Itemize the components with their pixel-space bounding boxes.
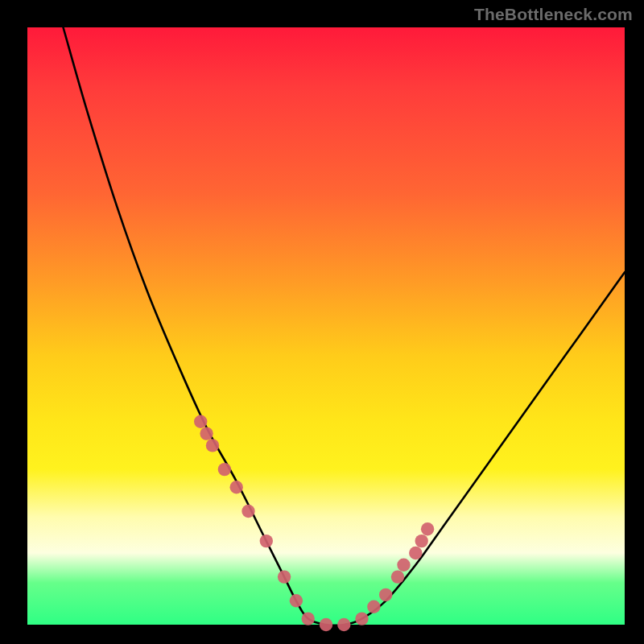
data-point xyxy=(206,439,219,452)
data-point xyxy=(421,522,434,535)
data-point xyxy=(278,570,291,583)
data-point xyxy=(320,618,332,631)
plot-area xyxy=(27,27,625,625)
data-point xyxy=(218,463,231,476)
data-point xyxy=(379,588,392,601)
data-point xyxy=(260,535,273,547)
data-point xyxy=(367,601,380,613)
data-point xyxy=(200,427,213,440)
data-point xyxy=(290,594,303,607)
curve-svg xyxy=(27,27,625,625)
data-point xyxy=(415,535,428,547)
data-point xyxy=(355,612,368,625)
data-point xyxy=(409,547,422,559)
data-point xyxy=(337,618,350,631)
bottleneck-curve xyxy=(64,27,625,625)
data-point xyxy=(194,415,207,428)
data-point-markers xyxy=(194,415,434,632)
data-point xyxy=(391,570,404,583)
data-point xyxy=(397,559,410,572)
data-point xyxy=(242,505,254,518)
watermark-text: TheBottleneck.com xyxy=(474,5,633,24)
data-point xyxy=(230,481,243,493)
data-point xyxy=(302,612,315,625)
chart-frame: TheBottleneck.com xyxy=(0,0,644,644)
